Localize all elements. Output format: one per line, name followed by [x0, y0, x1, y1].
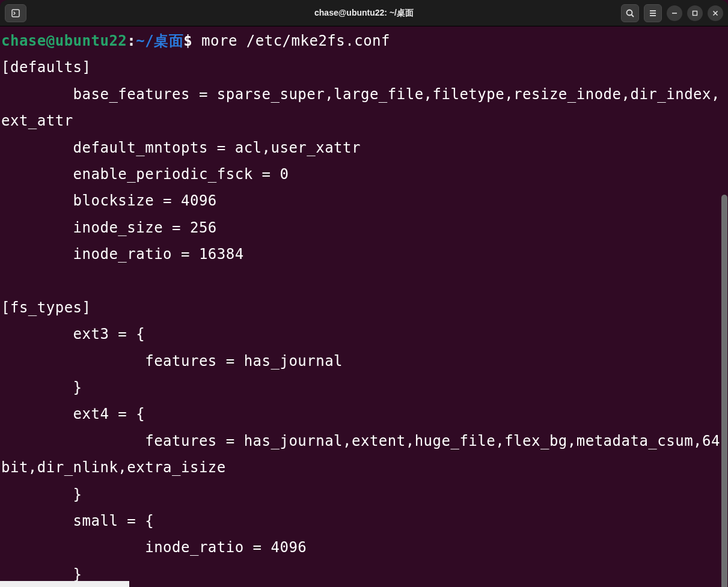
minimize-icon: [671, 10, 678, 16]
scrollbar-track[interactable]: [721, 26, 728, 587]
horizontal-scrollbar-thumb[interactable]: [0, 581, 129, 587]
maximize-icon: [692, 10, 698, 16]
hamburger-icon: [648, 8, 658, 18]
svg-line-2: [632, 14, 634, 17]
prompt-path: ~/桌面: [136, 32, 183, 49]
prompt-dollar: $: [183, 32, 201, 49]
terminal-content[interactable]: chase@ubuntu22:~/桌面$ more /etc/mke2fs.co…: [0, 26, 728, 587]
window-close-button[interactable]: [708, 5, 723, 21]
close-icon: [712, 10, 718, 16]
window-title: chase@ubuntu22: ~/桌面: [314, 8, 414, 19]
hamburger-menu-button[interactable]: [644, 4, 662, 22]
terminal-tab-icon: [11, 8, 20, 18]
titlebar-right: [621, 4, 723, 22]
titlebar-left: [5, 4, 26, 22]
command-text: more /etc/mke2fs.conf: [201, 32, 390, 49]
prompt-user-host: chase@ubuntu22: [1, 32, 127, 49]
svg-rect-7: [693, 11, 697, 15]
new-tab-button[interactable]: [5, 4, 26, 22]
search-icon: [625, 8, 635, 18]
window-minimize-button[interactable]: [667, 5, 682, 21]
prompt-colon: :: [127, 32, 136, 49]
command-output: [defaults] base_features = sparse_super,…: [1, 59, 720, 582]
scrollbar-thumb[interactable]: [721, 195, 727, 587]
svg-rect-0: [12, 10, 19, 17]
window-titlebar: chase@ubuntu22: ~/桌面: [0, 0, 728, 26]
search-button[interactable]: [621, 4, 639, 22]
window-maximize-button[interactable]: [687, 5, 703, 21]
svg-point-1: [627, 10, 632, 15]
